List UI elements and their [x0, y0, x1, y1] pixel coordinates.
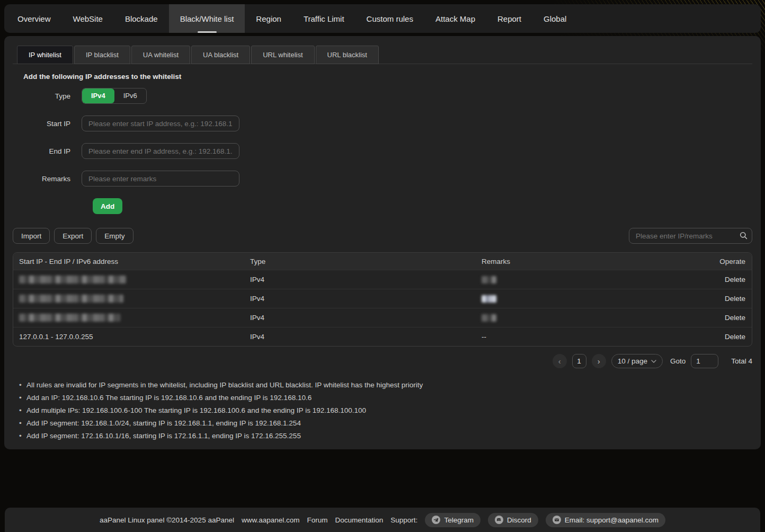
email-button[interactable]: Email: support@aapanel.com: [546, 513, 665, 527]
start-ip-input[interactable]: [82, 116, 239, 131]
nav-tab-region[interactable]: Region: [245, 4, 292, 33]
cell-type: IPv4: [250, 314, 482, 322]
table-row: 127.0.0.1 - 127.0.0.255IPv4--Delete: [13, 327, 752, 346]
page-size-select[interactable]: 10 / page: [611, 354, 663, 368]
list-type-tabs: IP whitelistIP blacklistUA whitelistUA b…: [13, 46, 752, 64]
remarks-label: Remarks: [23, 175, 82, 183]
cell-start-ip: [13, 276, 250, 283]
table-row: IPv4Delete: [13, 308, 752, 327]
pagination: ‹ 1 › 10 / page Goto Total 4: [13, 354, 752, 368]
footer: aaPanel Linux panel ©2014-2025 aaPanel w…: [5, 508, 760, 532]
total-count: Total 4: [731, 357, 752, 365]
cell-remarks: [482, 295, 704, 303]
header-operate: Operate: [704, 258, 752, 265]
cell-type: IPv4: [250, 333, 482, 341]
redacted-ip-value: [19, 314, 120, 322]
email-label: Email: support@aapanel.com: [565, 516, 659, 524]
copyright-text: aaPanel Linux panel ©2014-2025 aaPanel: [100, 516, 234, 524]
cell-start-ip: [13, 295, 250, 303]
cell-operate: Delete: [704, 295, 752, 303]
help-note-item: All rules are invalid for IP segments in…: [17, 379, 752, 392]
telegram-button[interactable]: Telegram: [425, 513, 481, 527]
cell-start-ip: 127.0.0.1 - 127.0.0.255: [13, 333, 250, 341]
subtab-url-blacklist[interactable]: URL blacklist: [316, 46, 379, 64]
top-navigation: OverviewWebSiteBlockadeBlack/White listR…: [4, 4, 761, 33]
ipv6-option[interactable]: IPv6: [114, 88, 146, 103]
cell-operate: Delete: [704, 333, 752, 341]
cell-operate: Delete: [704, 276, 752, 283]
table-row: IPv4Delete: [13, 289, 752, 308]
nav-tab-website[interactable]: WebSite: [62, 4, 114, 33]
telegram-icon: [432, 516, 440, 524]
discord-label: Discord: [507, 516, 531, 524]
export-button[interactable]: Export: [54, 228, 92, 244]
empty-button[interactable]: Empty: [96, 228, 133, 244]
nav-tab-report[interactable]: Report: [486, 4, 532, 33]
forum-link[interactable]: Forum: [307, 516, 328, 524]
help-note-item: Add an IP: 192.168.10.6 The starting IP …: [17, 392, 752, 404]
discord-icon: [495, 516, 503, 524]
prev-page-button[interactable]: ‹: [553, 354, 567, 368]
documentation-link[interactable]: Documentation: [335, 516, 384, 524]
redacted-remark-value: [482, 295, 496, 303]
table-header-row: Start IP - End IP / IPv6 address Type Re…: [13, 253, 752, 270]
ipv4-option[interactable]: IPv4: [82, 88, 114, 103]
telegram-label: Telegram: [444, 516, 474, 524]
delete-link[interactable]: Delete: [725, 314, 745, 322]
nav-tab-traffic-limit[interactable]: Traffic Limit: [292, 4, 355, 33]
add-button[interactable]: Add: [93, 198, 122, 214]
table-row: IPv4Delete: [13, 270, 752, 289]
end-ip-label: End IP: [23, 147, 82, 155]
main-panel: IP whitelistIP blacklistUA whitelistUA b…: [4, 36, 761, 449]
nav-tab-overview[interactable]: Overview: [6, 4, 62, 33]
search-icon[interactable]: [740, 232, 748, 240]
type-label: Type: [23, 92, 82, 100]
page-number-button[interactable]: 1: [572, 354, 586, 368]
cell-remarks: [482, 314, 704, 322]
discord-button[interactable]: Discord: [488, 513, 538, 527]
subtab-url-whitelist[interactable]: URL whitelist: [251, 46, 314, 64]
cell-remarks: [482, 276, 704, 283]
cell-operate: Delete: [704, 314, 752, 322]
end-ip-input[interactable]: [82, 143, 239, 159]
chevron-down-icon: [651, 360, 656, 363]
search-input[interactable]: [629, 228, 752, 244]
help-note-item: Add multiple IPs: 192.168.100.6-100 The …: [17, 404, 752, 417]
nav-tab-black-white-list[interactable]: Black/White list: [169, 4, 245, 33]
header-remarks: Remarks: [482, 258, 704, 265]
table-toolbar: Import Export Empty: [13, 228, 752, 244]
subtab-ip-whitelist[interactable]: IP whitelist: [17, 46, 73, 64]
start-ip-label: Start IP: [23, 120, 82, 128]
table-body: IPv4DeleteIPv4DeleteIPv4Delete127.0.0.1 …: [13, 270, 752, 346]
whitelist-table: Start IP - End IP / IPv6 address Type Re…: [13, 252, 752, 347]
goto-page-input[interactable]: [691, 354, 718, 368]
page-size-value: 10 / page: [618, 357, 647, 365]
redacted-remark-value: [482, 314, 496, 322]
site-link[interactable]: www.aapanel.com: [242, 516, 300, 524]
header-type: Type: [250, 258, 482, 265]
redacted-ip-value: [19, 276, 126, 283]
next-page-button[interactable]: ›: [592, 354, 606, 368]
help-note-item: Add IP segment: 192.168.1.0/24, starting…: [17, 417, 752, 430]
redacted-remark-value: [482, 276, 496, 283]
cell-start-ip: [13, 314, 250, 322]
cell-type: IPv4: [250, 295, 482, 303]
header-start-ip: Start IP - End IP / IPv6 address: [13, 258, 250, 265]
delete-link[interactable]: Delete: [725, 295, 745, 303]
delete-link[interactable]: Delete: [725, 333, 745, 341]
nav-tab-attack-map[interactable]: Attack Map: [424, 4, 486, 33]
help-notes: All rules are invalid for IP segments in…: [13, 379, 752, 442]
nav-tab-custom-rules[interactable]: Custom rules: [355, 4, 424, 33]
delete-link[interactable]: Delete: [725, 276, 745, 283]
nav-tab-global[interactable]: Global: [532, 4, 577, 33]
nav-tab-blockade[interactable]: Blockade: [114, 4, 169, 33]
goto-label: Goto: [670, 357, 686, 365]
subtab-ua-blacklist[interactable]: UA blacklist: [191, 46, 250, 64]
help-note-item: Add IP segment: 172.16.10.1/16, starting…: [17, 430, 752, 442]
remarks-input[interactable]: [82, 171, 239, 187]
ip-type-segmented-control: IPv4 IPv6: [82, 88, 147, 104]
import-button[interactable]: Import: [13, 228, 50, 244]
cell-type: IPv4: [250, 276, 482, 283]
subtab-ua-whitelist[interactable]: UA whitelist: [131, 46, 190, 64]
subtab-ip-blacklist[interactable]: IP blacklist: [74, 46, 130, 64]
